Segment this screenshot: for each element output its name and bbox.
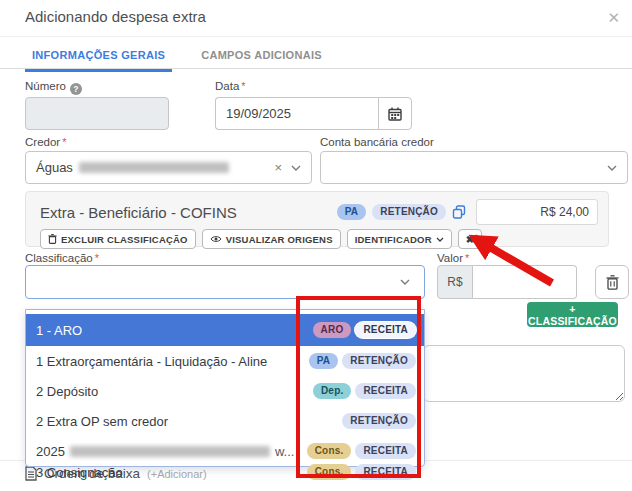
credor-select[interactable]: Águas ×: [25, 151, 312, 184]
close-icon[interactable]: ✕: [607, 9, 620, 27]
chevron-down-icon: [607, 165, 617, 171]
option-badges: PARETENÇÃO: [309, 353, 416, 369]
badge-receita: RECEITA: [355, 383, 416, 399]
x-icon: ✖: [466, 234, 475, 245]
badge-aro: ARO: [313, 322, 352, 338]
badge-retencao: RETENÇÃO: [372, 204, 446, 220]
numero-field: [25, 97, 169, 130]
badge-receita: RECEITA: [355, 322, 416, 338]
dropdown-option[interactable]: 1 - AROARORECEITA: [26, 314, 424, 346]
classification-card: Extra - Beneficiário - COFINS PA RETENÇÃ…: [25, 191, 609, 247]
option-label: 1 - ARO: [36, 323, 82, 338]
badge-cons-: Cons.: [307, 464, 352, 480]
option-badges: Cons.RECEITA: [307, 464, 416, 480]
classificacao-label: Classificação*: [25, 252, 99, 264]
calendar-button[interactable]: [378, 97, 412, 130]
required-mark: *: [95, 252, 99, 264]
delete-classification-button[interactable]: [595, 265, 629, 299]
numero-label: Número?: [25, 80, 82, 95]
badge-dep-: Dep.: [313, 383, 351, 399]
chevron-down-icon: [291, 165, 301, 171]
classification-title: Extra - Beneficiário - COFINS: [40, 204, 331, 221]
redacted-text: [79, 162, 229, 173]
trash-icon: [606, 275, 619, 290]
help-icon[interactable]: ?: [70, 83, 82, 95]
option-badges: Cons.RECEITA: [307, 443, 416, 459]
badge-reten-o: RETENÇÃO: [342, 413, 416, 429]
notes-textarea[interactable]: [423, 345, 625, 402]
modal-title: Adicionando despesa extra: [25, 8, 206, 25]
data-field-group: 19/09/2025: [215, 97, 412, 130]
valor-label: Valor*: [437, 252, 469, 264]
conta-label: Conta bancária credor: [320, 136, 434, 148]
data-label: Data*: [215, 80, 246, 92]
visualizar-origens-button[interactable]: VISUALIZAR ORIGENS: [202, 229, 341, 249]
classificacao-select[interactable]: [25, 265, 425, 299]
option-badges: Dep.RECEITA: [313, 383, 416, 399]
option-label: 2 Extra OP sem credor: [36, 414, 168, 429]
option-label: 3 Consignação: [36, 465, 123, 480]
dropdown-option[interactable]: 2 Extra OP sem credorRETENÇÃO: [26, 406, 424, 436]
currency-prefix: R$: [437, 265, 473, 299]
valor-field-group: R$: [437, 265, 577, 299]
chevron-down-icon: [400, 279, 410, 285]
calendar-icon: [388, 107, 402, 121]
redacted-text: [70, 446, 270, 457]
trash-icon: [48, 234, 57, 244]
copy-icon[interactable]: [452, 205, 466, 219]
chevron-down-icon: [436, 237, 444, 242]
dropdown-option[interactable]: 1 Extraorçamentária - Liquidação - Aline…: [26, 346, 424, 376]
data-field[interactable]: 19/09/2025: [215, 97, 378, 130]
conta-select[interactable]: [320, 151, 628, 184]
required-mark: *: [465, 252, 469, 264]
add-classification-button[interactable]: + CLASSIFICAÇÃO: [527, 302, 618, 327]
badge-pa: PA: [309, 353, 339, 369]
dropdown-option[interactable]: 2 DepósitoDep.RECEITA: [26, 376, 424, 406]
badge-reten-o: RETENÇÃO: [342, 353, 416, 369]
tab-bar-divider: [0, 68, 632, 69]
badge-cons-: Cons.: [307, 443, 352, 459]
classification-dropdown: 1 - AROARORECEITA1 Extraorçamentária - L…: [25, 309, 425, 467]
classification-amount-input[interactable]: R$ 24,00: [476, 199, 598, 225]
option-badges: ARORECEITA: [313, 322, 416, 338]
excluir-classificacao-button[interactable]: EXCLUIR CLASSIFICAÇÃO: [40, 229, 196, 249]
identificador-dropdown-button[interactable]: IDENTIFICADOR: [347, 229, 452, 249]
option-label-truncated: w...: [275, 444, 295, 459]
credor-label: Credor*: [25, 136, 66, 148]
eye-icon: [210, 235, 222, 243]
option-label: 1 Extraorçamentária - Liquidação - Aline: [36, 354, 267, 369]
valor-input[interactable]: [473, 265, 577, 299]
dropdown-option[interactable]: 3 ConsignaçãoCons.RECEITA: [26, 461, 424, 483]
clear-icon[interactable]: ×: [274, 160, 282, 175]
badge-receita: RECEITA: [355, 443, 416, 459]
badge-pa: PA: [337, 204, 367, 220]
required-mark: *: [241, 80, 245, 92]
required-mark: *: [62, 136, 66, 148]
badge-receita: RECEITA: [355, 464, 416, 480]
header-divider: [0, 36, 632, 37]
option-badges: RETENÇÃO: [342, 413, 416, 429]
option-label: 2025: [36, 444, 65, 459]
remove-identifier-button[interactable]: ✖: [458, 229, 483, 249]
add-extra-expense-modal: Adicionando despesa extra ✕ INFORMAÇÕES …: [0, 0, 632, 491]
option-label: 2 Depósito: [36, 384, 98, 399]
